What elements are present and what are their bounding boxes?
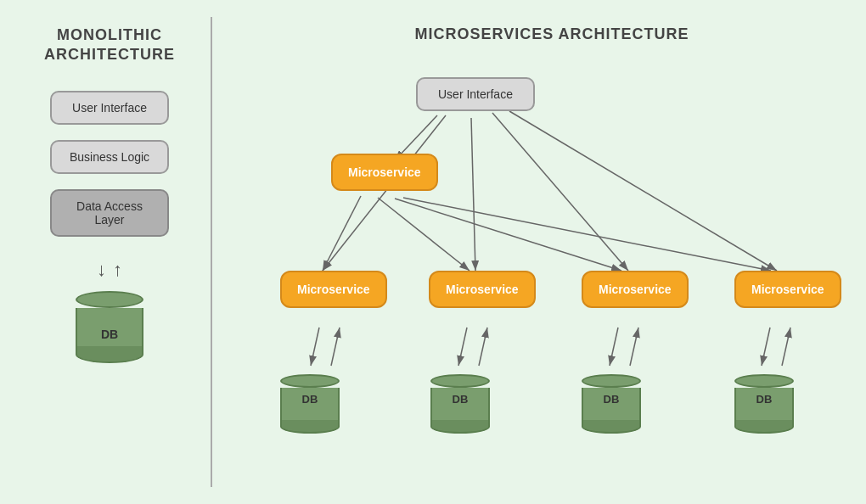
svg-line-6 [509,111,777,271]
svg-line-18 [782,328,790,366]
svg-line-11 [311,328,319,366]
cyl-bottom [76,346,143,363]
db-3: DB [582,374,641,406]
right-panel: MICROSERVICES ARCHITECTURE [212,17,866,487]
db-label: DB [101,328,118,341]
user-interface-node: User Interface [416,77,535,111]
bottom-microservice-3: Microservice [582,271,689,308]
top-microservice-node: Microservice [331,154,438,191]
svg-line-7 [323,196,361,271]
business-logic-box: Business Logic [50,140,169,174]
bottom-microservice-4: Microservice [734,271,841,308]
db-2: DB [430,374,490,406]
mono-db: DB [76,291,143,377]
svg-line-13 [458,328,467,366]
svg-line-9 [395,199,621,271]
svg-line-17 [762,328,770,366]
main-container: MONOLITHIC ARCHITECTURE User Interface B… [0,0,866,504]
ui-layer-box: User Interface [50,91,169,125]
db-1: DB [280,374,340,406]
svg-line-3 [323,115,446,271]
data-access-layer-box: Data Access Layer [50,189,169,237]
svg-line-5 [492,113,628,271]
svg-line-16 [630,328,638,366]
left-panel: MONOLITHIC ARCHITECTURE User Interface B… [17,17,212,487]
svg-line-4 [471,118,475,271]
svg-line-15 [610,328,618,366]
svg-line-14 [479,328,487,366]
bottom-microservice-2: Microservice [429,271,536,308]
cyl-top [76,291,143,308]
mono-db-arrows: ↓ ↑ [97,259,122,281]
svg-line-8 [378,198,470,271]
svg-line-12 [331,328,340,366]
bottom-microservice-1: Microservice [280,271,387,308]
db-4: DB [734,374,794,406]
microservices-title: MICROSERVICES ARCHITECTURE [414,25,689,43]
monolithic-title: MONOLITHIC ARCHITECTURE [44,25,175,65]
diagram-area: User Interface Microservice Microservice… [229,60,866,476]
svg-line-10 [403,198,771,271]
